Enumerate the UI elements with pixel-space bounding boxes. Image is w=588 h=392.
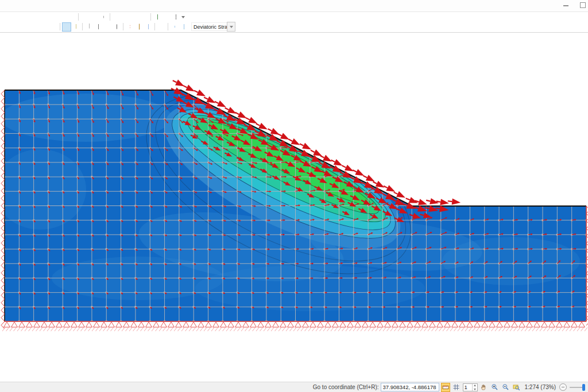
measure-tool-icon[interactable] (80, 13, 90, 22)
interval-spinner[interactable]: 1 (463, 383, 478, 391)
spinner-down-icon[interactable] (474, 389, 476, 390)
spinner-up-icon[interactable] (474, 385, 476, 386)
goto-coordinate-label: Go to coordinate (Ctrl+R): (313, 384, 379, 390)
toolbar-separator (78, 13, 79, 21)
snap-to-grid-button[interactable] (441, 383, 450, 392)
toolbar-separator (154, 23, 155, 30)
toolbar-separator (110, 13, 110, 21)
zoom-out-button[interactable] (501, 383, 510, 392)
toolbar-area: Deviatoric Strain (0, 12, 588, 33)
window-zoom-icon[interactable] (71, 22, 80, 32)
coordinate-input[interactable] (381, 383, 439, 391)
result-arrows-icon[interactable] (170, 22, 179, 32)
shadings-icon[interactable] (144, 22, 153, 32)
table-menu-icon[interactable] (171, 13, 180, 22)
titlebar (0, 0, 588, 12)
toolbar-separator (60, 23, 60, 30)
toolbar-separator (168, 23, 168, 30)
interval-value: 1 (463, 384, 472, 391)
cross-section-select-icon[interactable] (121, 13, 130, 22)
copy-icon[interactable] (84, 22, 94, 32)
curves-manager-icon[interactable] (157, 22, 166, 32)
toolbar-separator (123, 23, 123, 30)
grid-toggle-button[interactable] (452, 383, 461, 392)
zoom-slider[interactable] (570, 387, 585, 388)
angle-measure-icon[interactable] (140, 13, 149, 22)
export-image-icon[interactable] (153, 13, 162, 22)
zoom-in-button[interactable] (490, 383, 500, 392)
minimize-icon[interactable] (563, 5, 568, 6)
zoom-slider-minus-button[interactable] (559, 383, 567, 391)
deformed-mesh-icon[interactable] (125, 22, 134, 32)
zoom-rectangle-button[interactable] (512, 383, 521, 392)
rotate-view-icon[interactable] (90, 13, 99, 22)
toolbar-separator (82, 23, 83, 30)
toolbar-separator (150, 13, 151, 21)
table-icon[interactable] (94, 22, 103, 32)
result-type-dropdown[interactable]: Deviatoric Strain (191, 22, 235, 32)
spinner-arrows[interactable] (472, 384, 477, 391)
animation-icon[interactable] (112, 22, 121, 32)
report-icon[interactable] (103, 22, 112, 32)
center-view-icon[interactable] (179, 22, 188, 32)
result-type-value: Deviatoric Strain (191, 22, 227, 31)
cross-section-icon[interactable] (112, 13, 121, 22)
statusbar: Go to coordinate (Ctrl+R): 1 1:274 (73%) (0, 382, 588, 392)
line-cross-section-icon[interactable] (130, 13, 140, 22)
annotation-icon[interactable] (162, 13, 171, 22)
pan-hand-button[interactable] (479, 383, 489, 392)
toolbar-row-2: Deviatoric Strain (58, 22, 235, 32)
toolbar-row-1 (76, 12, 185, 22)
table-menu-caret-icon[interactable] (181, 16, 185, 18)
dropdown-arrow-icon[interactable] (227, 22, 235, 32)
contour-lines-icon[interactable] (134, 22, 144, 32)
scale-indicator: 1:274 (73%) (525, 384, 556, 390)
select-cursor-icon[interactable] (62, 22, 71, 32)
zoom-slider-handle[interactable] (582, 384, 585, 391)
restore-window-icon[interactable] (580, 2, 586, 8)
reset-rotation-icon[interactable] (99, 13, 108, 22)
model-canvas[interactable] (0, 0, 588, 392)
